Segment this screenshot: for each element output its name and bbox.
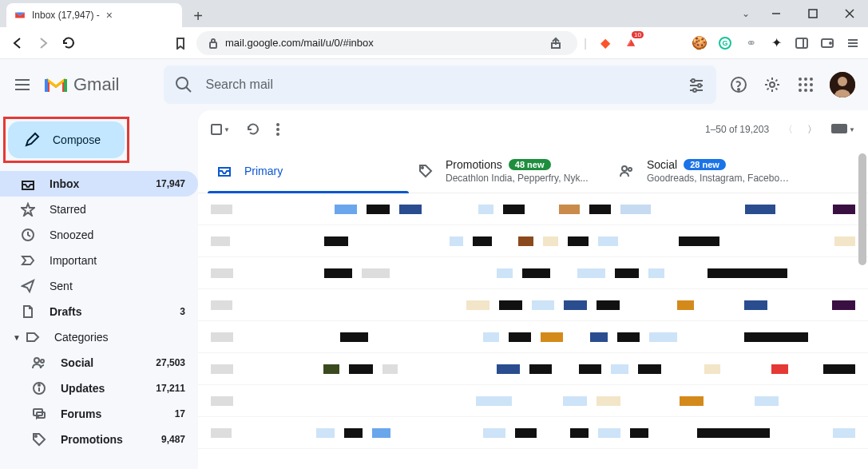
nav-forums[interactable]: Forums 17 [0, 401, 198, 427]
svg-point-28 [799, 78, 802, 81]
nav-social[interactable]: Social 27,503 [0, 350, 198, 376]
maximize-button[interactable] [795, 0, 831, 27]
share-icon[interactable] [550, 37, 566, 50]
svg-rect-1 [809, 10, 817, 18]
back-button[interactable] [8, 34, 27, 53]
svg-point-10 [830, 42, 831, 44]
chevron-down-icon: ▼ [13, 333, 21, 342]
prev-page-button[interactable]: 〈 [783, 123, 793, 137]
svg-marker-41 [22, 204, 34, 216]
nav-important[interactable]: Important [0, 248, 198, 273]
svg-point-23 [698, 84, 701, 87]
message-row[interactable] [198, 289, 868, 321]
svg-point-24 [693, 89, 696, 92]
svg-point-32 [804, 83, 807, 86]
window-close-button[interactable] [831, 0, 868, 27]
svg-point-27 [770, 82, 775, 87]
compose-button[interactable]: Compose [8, 121, 125, 158]
search-options-icon[interactable] [688, 76, 705, 93]
brave-icon[interactable]: ◆ [598, 36, 612, 50]
nav-categories[interactable]: ▼ Categories [0, 324, 198, 350]
kebab-menu-icon[interactable] [846, 36, 860, 50]
svg-point-30 [810, 78, 813, 81]
nav-inbox[interactable]: Inbox 17,947 [0, 171, 198, 197]
cookie-icon[interactable]: 🍪 [692, 36, 707, 50]
next-page-button[interactable]: 〉 [807, 123, 817, 137]
bookmark-icon[interactable] [171, 34, 190, 53]
message-row[interactable] [198, 225, 868, 257]
reload-button[interactable] [59, 34, 78, 53]
forward-button[interactable] [34, 34, 53, 53]
input-tools-button[interactable]: ▼ [831, 124, 855, 135]
tab-search-chevron-icon[interactable]: ⌄ [734, 8, 758, 19]
svg-point-22 [692, 79, 695, 82]
message-row[interactable] [198, 321, 868, 353]
logo-text: Gmail [73, 74, 119, 95]
nav-drafts[interactable]: Drafts 3 [0, 299, 198, 324]
main-panel: ▼ 1–50 of 19,203 〈 〉 ▼ Primary Promotion… [198, 110, 868, 469]
nav-sent[interactable]: Sent [0, 273, 198, 299]
minimize-button[interactable] [758, 0, 795, 27]
select-all-checkbox[interactable]: ▼ [211, 124, 230, 135]
grammarly-icon[interactable]: G [718, 36, 732, 50]
svg-point-50 [35, 435, 37, 437]
search-placeholder: Search mail [205, 78, 675, 92]
forums-icon [32, 407, 46, 421]
apps-grid-icon[interactable] [796, 75, 815, 94]
gmail-app: Gmail Search mail Compose Inbox 17,947 [0, 59, 868, 469]
support-icon[interactable] [729, 75, 748, 94]
svg-point-29 [804, 78, 807, 81]
svg-point-52 [276, 128, 279, 131]
extension-icons: ◆ 🔺10 🍪 G ⚭ ✦ [593, 36, 860, 50]
star-icon [21, 202, 35, 217]
svg-point-38 [838, 77, 847, 86]
message-row[interactable] [198, 193, 868, 225]
people-tab-icon [620, 164, 634, 178]
shield-badge-icon[interactable]: 🔺10 [624, 36, 638, 50]
inbox-icon [21, 177, 35, 191]
tab-promotions[interactable]: Promotions48 new Decathlon India, Pepper… [409, 149, 610, 193]
svg-point-47 [38, 384, 40, 386]
settings-gear-icon[interactable] [763, 75, 782, 94]
puzzle-icon[interactable]: ✦ [769, 36, 783, 50]
wallet-icon[interactable] [820, 36, 834, 50]
tab-title: Inbox (17,947) - [32, 10, 100, 21]
nav-snoozed[interactable]: Snoozed [0, 222, 198, 248]
svg-point-44 [41, 360, 44, 363]
svg-rect-54 [831, 124, 847, 133]
scrollbar[interactable] [858, 153, 866, 265]
search-box[interactable]: Search mail [164, 66, 716, 104]
svg-point-26 [738, 89, 739, 90]
nav-starred[interactable]: Starred [0, 197, 198, 222]
gmail-logo[interactable]: Gmail [45, 74, 119, 95]
people-icon [32, 356, 46, 370]
gmail-header: Gmail Search mail [0, 59, 868, 110]
svg-point-34 [799, 89, 802, 92]
more-button[interactable] [276, 122, 279, 137]
close-icon[interactable]: × [106, 9, 113, 22]
account-avatar[interactable] [830, 72, 855, 97]
nav-promotions[interactable]: Promotions 9,487 [0, 427, 198, 452]
link-icon[interactable]: ⚭ [743, 36, 758, 50]
inbox-tab-icon [217, 164, 232, 178]
message-row[interactable] [198, 385, 868, 417]
refresh-button[interactable] [246, 122, 260, 137]
tab-primary[interactable]: Primary [208, 149, 409, 193]
message-row[interactable] [198, 353, 868, 385]
compose-label: Compose [53, 133, 101, 146]
url-field[interactable]: mail.google.com/mail/u/0/#inbox [196, 31, 577, 55]
browser-tab[interactable]: Inbox (17,947) - × [6, 3, 182, 27]
browser-tab-strip: Inbox (17,947) - × + ⌄ [0, 0, 868, 27]
new-tab-button[interactable]: + [187, 5, 209, 27]
message-row[interactable] [198, 417, 868, 449]
tag-tab-icon [418, 164, 433, 178]
tab-social[interactable]: Social28 new Goodreads, Instagram, Faceb… [610, 149, 811, 193]
sidepanel-icon[interactable] [795, 36, 809, 50]
main-menu-button[interactable] [13, 76, 32, 93]
nav-updates[interactable]: Updates 17,211 [0, 376, 198, 401]
svg-point-57 [622, 166, 627, 171]
pagination-range: 1–50 of 19,203 [705, 124, 769, 135]
message-row[interactable] [198, 257, 868, 289]
svg-line-18 [186, 87, 191, 92]
message-list[interactable] [198, 193, 868, 469]
